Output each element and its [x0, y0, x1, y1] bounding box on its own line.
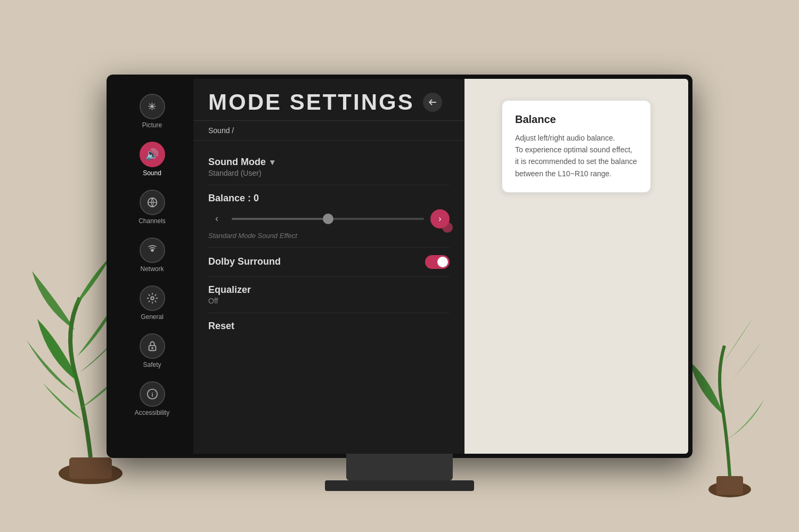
sound-icon: 🔊 [140, 142, 165, 167]
tv-stand [346, 454, 453, 480]
tv-screen: ✳ Picture 🔊 Sound [111, 79, 688, 454]
channels-icon [140, 190, 165, 215]
settings-body: Sound Mode ▾ Standard (User) Balance : 0… [193, 141, 464, 348]
sidebar-label-network: Network [140, 265, 164, 273]
svg-rect-1 [69, 457, 112, 479]
balance-slider-row: ‹ › [208, 209, 450, 228]
info-card-title: Balance [515, 113, 638, 126]
sidebar: ✳ Picture 🔊 Sound [111, 79, 193, 454]
balance-mode-hint: Standard Mode Sound Effect [208, 232, 450, 240]
sidebar-label-general: General [141, 313, 164, 321]
svg-rect-3 [716, 476, 743, 495]
equalizer-title: Equalizer [208, 284, 450, 296]
balance-label: Balance : 0 [208, 193, 450, 204]
balance-slider-fill [232, 218, 328, 220]
balance-slider-thumb [323, 214, 333, 224]
toggle-knob [437, 257, 448, 267]
breadcrumb: Sound / [193, 121, 464, 141]
info-card-text: Adjust left/right audio balance. To expe… [515, 132, 638, 180]
balance-decrease-button[interactable]: ‹ [208, 210, 225, 227]
balance-increase-button[interactable]: › [430, 209, 450, 228]
sidebar-label-channels: Channels [138, 217, 166, 225]
main-content: MODE SETTINGS Sound / Sound Mode ▾ [193, 79, 464, 454]
sidebar-item-channels[interactable]: Channels [120, 185, 184, 229]
sidebar-item-sound[interactable]: 🔊 Sound [120, 137, 184, 181]
svg-text:i: i [151, 391, 153, 397]
header: MODE SETTINGS [193, 79, 464, 121]
equalizer-value: Off [208, 297, 450, 305]
reset-row[interactable]: Reset [208, 313, 450, 339]
info-card: Balance Adjust left/right audio balance.… [502, 100, 651, 193]
sound-mode-row[interactable]: Sound Mode ▾ Standard (User) [208, 149, 450, 185]
sidebar-item-network[interactable]: Network [120, 233, 184, 277]
page-title: MODE SETTINGS [208, 89, 414, 115]
chevron-down-icon: ▾ [270, 157, 274, 167]
sidebar-label-accessibility: Accessibility [135, 409, 169, 416]
balance-slider-track[interactable] [232, 218, 424, 220]
general-icon [140, 285, 165, 311]
dolby-toggle-row: Dolby Surround [208, 255, 450, 269]
sidebar-label-sound: Sound [143, 169, 161, 177]
back-button[interactable] [423, 93, 442, 112]
equalizer-row[interactable]: Equalizer Off [208, 277, 450, 313]
sound-mode-title: Sound Mode ▾ [208, 157, 450, 168]
sidebar-item-safety[interactable]: Safety [120, 329, 184, 373]
dolby-surround-toggle[interactable] [425, 255, 450, 269]
sidebar-item-accessibility[interactable]: i Accessibility [120, 377, 184, 421]
sidebar-label-picture: Picture [142, 121, 162, 129]
sidebar-label-safety: Safety [143, 361, 161, 369]
safety-icon [140, 333, 165, 359]
dolby-surround-title: Dolby Surround [208, 256, 281, 267]
svg-point-7 [151, 297, 154, 300]
sound-mode-value: Standard (User) [208, 169, 450, 177]
reset-title: Reset [208, 321, 450, 332]
sidebar-item-general[interactable]: General [120, 281, 184, 325]
tv-screen-outer: ✳ Picture 🔊 Sound [107, 75, 692, 458]
picture-icon: ✳ [140, 94, 165, 119]
dolby-surround-row[interactable]: Dolby Surround [208, 248, 450, 277]
plant-right [676, 287, 783, 500]
sidebar-item-picture[interactable]: ✳ Picture [120, 89, 184, 133]
right-panel: Balance Adjust left/right audio balance.… [464, 79, 688, 454]
tv-wrapper: ✳ Picture 🔊 Sound [107, 75, 692, 458]
accessibility-icon: i [140, 381, 165, 407]
balance-row: Balance : 0 ‹ › Standard Mode Sound Effe… [208, 185, 450, 248]
network-icon [140, 238, 165, 263]
svg-point-9 [151, 347, 153, 349]
